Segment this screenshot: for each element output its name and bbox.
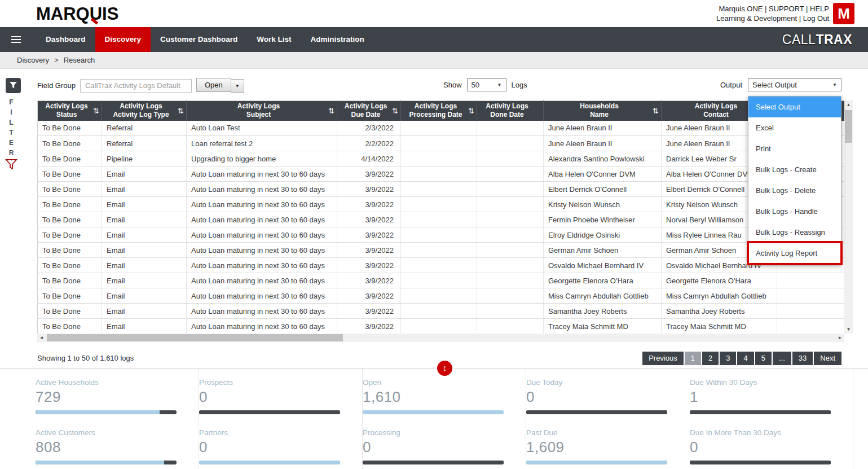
table-row[interactable]: To Be Done Email Auto Loan maturing in n…	[38, 197, 845, 212]
nav-item[interactable]: Discovery	[95, 27, 151, 52]
cell-done-date	[477, 319, 544, 334]
output-menu-item[interactable]: Bulk Logs - Delete	[748, 180, 841, 201]
cell-status: To Be Done	[38, 243, 102, 258]
output-menu-item[interactable]: Excel	[748, 117, 841, 138]
cell-subject: Auto Loan maturing in next 30 to 60 days	[187, 243, 337, 258]
sort-icon[interactable]: ⇅	[392, 107, 398, 115]
pagination-button[interactable]: 1	[685, 352, 701, 365]
table-row[interactable]: To Be Done Email Auto Loan maturing in n…	[38, 243, 845, 258]
cell-due-date: 3/9/2022	[337, 166, 401, 182]
open-caret-button[interactable]: ▼	[231, 79, 244, 93]
filter-button[interactable]	[6, 78, 21, 93]
nav-item[interactable]: Administration	[301, 27, 374, 52]
output-menu-item[interactable]: Bulk Logs - Handle	[748, 201, 841, 222]
cell-due-date: 3/9/2022	[337, 258, 401, 273]
pagination-button[interactable]: ...	[773, 352, 791, 365]
scroll-up-icon[interactable]: ▲	[844, 100, 853, 109]
output-menu-item[interactable]: Print	[748, 138, 841, 159]
toggle-stats-panel-button[interactable]: ↕	[437, 361, 452, 376]
hamburger-icon[interactable]	[0, 27, 32, 52]
cell-processing-date	[401, 121, 477, 136]
table-row[interactable]: To Be Done Email Auto Loan maturing in n…	[38, 273, 845, 288]
show-count-select[interactable]: 50 ▼	[467, 78, 506, 91]
column-header[interactable]: Activity Logs Processing Date ⇅	[401, 101, 477, 121]
table-row[interactable]: To Be Done Email Auto Loan maturing in n…	[38, 182, 845, 197]
table-row[interactable]: To Be Done Email Auto Loan maturing in n…	[38, 319, 845, 334]
scroll-right-icon[interactable]: ►	[836, 334, 844, 342]
cell-subject: Auto Loan Test	[187, 121, 337, 136]
cell-processing-date	[401, 304, 477, 319]
stat-progress-fill	[690, 410, 831, 414]
cell-activity-log-type: Email	[102, 288, 187, 304]
horizontal-scrollbar[interactable]: ◄ ►	[37, 334, 844, 342]
cell-contact: Samantha Joey Roberts	[662, 304, 777, 319]
cell-processing-date	[401, 166, 477, 182]
scroll-left-icon[interactable]: ◄	[37, 334, 46, 342]
cell-household-name: Miss Camryn Abdullah Gottlieb	[544, 288, 662, 304]
pagination-button[interactable]: 4	[737, 352, 754, 365]
show-group: Show 50 ▼ Logs	[443, 78, 527, 91]
table-row[interactable]: To Be Done Email Auto Loan maturing in n…	[38, 166, 845, 182]
stat-progress-bar	[199, 410, 340, 414]
top-links-line2[interactable]: Learning & Development | Log Out	[716, 14, 829, 23]
sort-icon[interactable]: ⇅	[328, 107, 334, 115]
breadcrumb-item[interactable]: Discovery	[17, 56, 49, 64]
breadcrumb-item[interactable]: Research	[49, 56, 95, 64]
pagination: Previous 1 2 3 4 5 ... 33 Next	[641, 352, 841, 365]
pagination-button[interactable]: 3	[720, 352, 736, 365]
column-header[interactable]: Activity Logs Done Date	[477, 101, 544, 121]
table-row[interactable]: To Be Done Email Auto Loan maturing in n…	[38, 227, 845, 243]
cell-status: To Be Done	[38, 166, 102, 182]
output-menu-item[interactable]: Select Output	[748, 97, 841, 117]
scroll-down-icon[interactable]: ▼	[844, 325, 853, 334]
vertical-scrollbar[interactable]: ▲ ▼	[844, 100, 853, 334]
table-row[interactable]: To Be Done Email Auto Loan maturing in n…	[38, 304, 845, 319]
pagination-button[interactable]: 2	[702, 352, 719, 365]
cell-household-name: June Aleen Braun II	[544, 136, 662, 151]
output-menu-item[interactable]: Bulk Logs - Create	[748, 159, 841, 180]
cell-subject: Upgrading to bigger home	[187, 151, 337, 166]
table-row[interactable]: To Be Done Email Auto Loan maturing in n…	[38, 288, 845, 304]
table-row[interactable]: To Be Done Email Auto Loan maturing in n…	[38, 258, 845, 273]
stat-label: Prospects	[199, 378, 341, 387]
column-header[interactable]: Households Name ⇅	[544, 101, 662, 121]
output-select[interactable]: Select Output ▼	[748, 78, 841, 91]
nav-item[interactable]: Customer Dashboard	[151, 27, 247, 52]
vertical-scroll-thumb[interactable]	[845, 110, 852, 143]
sort-icon[interactable]: ⇅	[93, 107, 99, 115]
column-header[interactable]: Activity Logs Activity Log Type ⇅	[102, 101, 187, 121]
stat-label: Active Households	[36, 378, 177, 387]
table-body: To Be Done Referral Auto Loan Test 2/3/2…	[38, 121, 845, 334]
output-menu-item[interactable]: Activity Log Report	[748, 243, 841, 264]
cell-due-date: 4/14/2022	[337, 151, 401, 166]
stats-panel: Active Households 729 Prospects 0 Open 1…	[0, 369, 868, 469]
pagination-button[interactable]: Next	[814, 352, 841, 365]
sort-icon[interactable]: ⇅	[178, 107, 184, 115]
nav-item[interactable]: Dashboard	[36, 27, 95, 52]
horizontal-scroll-thumb[interactable]	[47, 334, 343, 341]
table-row[interactable]: To Be Done Pipeline Upgrading to bigger …	[38, 151, 845, 166]
pagination-button[interactable]: Previous	[642, 352, 684, 365]
field-group-input[interactable]	[80, 79, 192, 93]
table-row[interactable]: To Be Done Email Auto Loan maturing in n…	[38, 212, 845, 227]
sort-icon[interactable]: ⇅	[468, 107, 474, 115]
top-links-line1[interactable]: Marquis ONE | SUPPORT | HELP	[716, 4, 829, 14]
cell-household-name: June Aleen Braun II	[544, 121, 662, 136]
cell-activity-log-type: Referral	[102, 121, 187, 136]
column-header[interactable]: Activity Logs Subject ⇅	[187, 101, 337, 121]
column-header[interactable]: Activity Logs Status ⇅	[38, 101, 102, 121]
output-menu-item[interactable]: Bulk Logs - Reassign	[748, 222, 841, 243]
filter-applied-icon[interactable]	[5, 158, 17, 172]
cell-activity-log-type: Email	[102, 243, 187, 258]
sort-icon[interactable]: ⇅	[653, 107, 659, 115]
table-row[interactable]: To Be Done Referral Auto Loan Test 2/3/2…	[38, 121, 845, 136]
nav-item[interactable]: Work List	[247, 27, 301, 52]
stat-value: 1	[690, 388, 831, 406]
cell-activity-log-type: Email	[102, 197, 187, 212]
pagination-button[interactable]: 33	[792, 352, 813, 365]
stat-progress-fill	[36, 410, 160, 414]
table-row[interactable]: To Be Done Referral Loan referral test 2…	[38, 136, 845, 151]
column-header[interactable]: Activity Logs Due Date ⇅	[337, 101, 401, 121]
pagination-button[interactable]: 5	[755, 352, 772, 365]
open-button[interactable]: Open	[196, 78, 231, 92]
